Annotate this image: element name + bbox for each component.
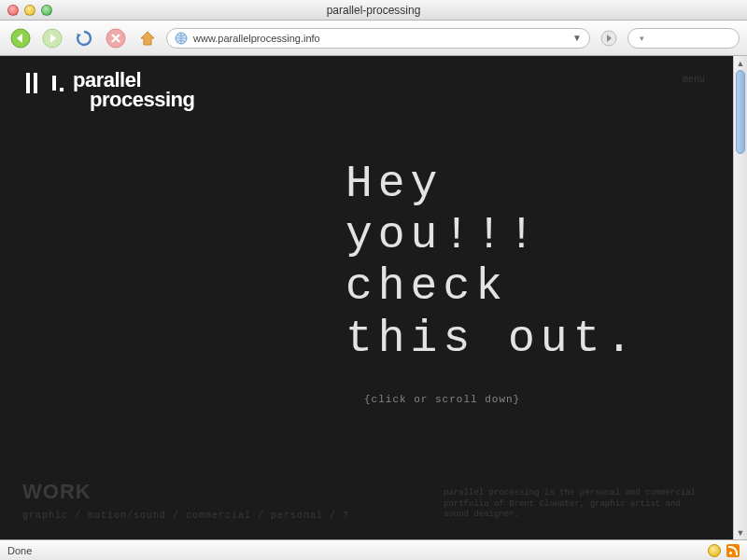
reload-icon: [75, 29, 93, 48]
home-icon: [138, 29, 157, 48]
zoom-window-button[interactable]: [41, 5, 52, 16]
window-titlebar: parallel-processing: [0, 0, 747, 21]
url-input[interactable]: [193, 33, 567, 44]
hero-instruction[interactable]: {click or scroll down}: [364, 394, 520, 405]
hero-line2: you!!!: [345, 210, 638, 261]
url-dropdown-button[interactable]: ▼: [572, 33, 582, 43]
status-icons: [708, 544, 740, 557]
logo-line2: processing: [90, 91, 194, 110]
stop-icon: [106, 28, 126, 49]
traffic-lights: [7, 5, 52, 16]
logo-text: parallel processing: [73, 71, 194, 110]
hero-line4: this out.: [345, 314, 638, 365]
stop-button[interactable]: [103, 26, 129, 50]
hero-headline[interactable]: Hey you!!! check this out.: [345, 159, 638, 365]
favicon-globe-icon: [175, 32, 188, 45]
page-body[interactable]: parallel processing menu Hey you!!! chec…: [0, 56, 733, 539]
search-box[interactable]: G ▾: [627, 28, 740, 49]
back-arrow-icon: [10, 28, 31, 49]
go-button[interactable]: [596, 26, 622, 50]
scroll-up-button[interactable]: ▲: [734, 56, 747, 70]
search-input[interactable]: [648, 33, 747, 44]
hero-line1: Hey: [345, 159, 638, 210]
logo-mark-icon: [26, 71, 63, 93]
status-bar: Done: [0, 539, 747, 560]
work-section-tags: graphic / motion/sound / commercial / pe…: [22, 511, 349, 521]
nav-hint[interactable]: menu: [683, 75, 705, 85]
scrollbar-thumb[interactable]: [736, 70, 745, 154]
rss-feed-icon[interactable]: [726, 544, 740, 557]
search-dropdown-icon[interactable]: ▾: [640, 34, 644, 43]
browser-toolbar: ▼ G ▾: [0, 21, 747, 56]
address-bar[interactable]: ▼: [166, 28, 590, 49]
forward-button[interactable]: [39, 26, 65, 50]
forward-arrow-icon: [42, 28, 63, 49]
vertical-scrollbar[interactable]: ▲ ▼: [733, 56, 747, 539]
status-text: Done: [7, 545, 32, 556]
security-warning-icon[interactable]: [708, 544, 721, 557]
home-button[interactable]: [134, 26, 161, 50]
reload-button[interactable]: [71, 26, 97, 50]
go-arrow-icon: [600, 30, 617, 47]
scroll-down-button[interactable]: ▼: [734, 525, 747, 539]
back-button[interactable]: [7, 26, 34, 50]
footer-description: parallel processing is the personal and …: [444, 488, 705, 521]
minimize-window-button[interactable]: [24, 5, 35, 16]
site-logo[interactable]: parallel processing: [26, 71, 194, 110]
hero-line3: check: [345, 261, 638, 313]
window-title: parallel-processing: [0, 4, 747, 17]
close-window-button[interactable]: [7, 5, 19, 16]
work-section-title: WORK: [22, 480, 92, 504]
page-content: parallel processing menu Hey you!!! chec…: [0, 56, 747, 539]
